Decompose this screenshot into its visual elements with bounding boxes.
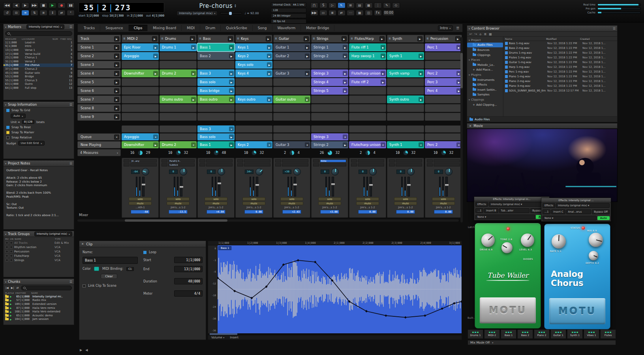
insert-slot-label[interactable]	[434, 163, 460, 166]
insert-slot-label[interactable]	[320, 163, 346, 166]
track-groups-header[interactable]: ▾ Track Groups Intensity (original mix)▾	[4, 231, 74, 237]
empty-clip-slot[interactable]	[425, 125, 462, 133]
locator-out[interactable]: out 4|1|000	[146, 14, 164, 17]
output-assignment[interactable]: Jim's...s 1-2	[322, 206, 337, 209]
track-play-icon[interactable]: ▶	[304, 36, 309, 41]
snap-relative-checkbox[interactable]	[6, 136, 9, 139]
output-assignment[interactable]: Jim's...s 1-2	[208, 206, 223, 209]
fader-value[interactable]: +4.84	[207, 210, 225, 214]
volume-fader[interactable]	[256, 177, 258, 196]
close-icon[interactable]: ✕	[469, 124, 471, 128]
tree-item-effects[interactable]: Effects	[467, 82, 503, 87]
clip-arpeggio[interactable]: Arpeggio✕	[122, 133, 159, 140]
clip-bass-3[interactable]: Bass 3✕	[197, 125, 235, 133]
clip-strings-1[interactable]: Strings 1▶	[311, 43, 348, 51]
empty-clip-slot[interactable]	[273, 104, 310, 112]
chunk-row[interactable]: ▶109|1|000Extended version	[4, 302, 74, 306]
mute-button[interactable]: mute	[205, 202, 227, 205]
shape-tool[interactable]: ◇	[392, 2, 400, 8]
pan-value[interactable]: 0	[396, 170, 405, 174]
clip-play-icon[interactable]: ▶	[419, 54, 423, 58]
insert-slot-label[interactable]	[396, 159, 422, 163]
midi-binding-value[interactable]: C1	[126, 267, 133, 271]
volume-fader[interactable]	[332, 177, 334, 196]
track-play-icon[interactable]: ▶	[152, 36, 157, 41]
track-header-drums[interactable]: ≣Drums▶	[160, 35, 197, 43]
clip-bass-solo[interactable]: Bass solo▶	[197, 78, 235, 86]
column-modified[interactable]: Modified	[546, 37, 580, 40]
disclosure-icon[interactable]: ▾	[469, 39, 470, 41]
bottom-track-guitar-1[interactable]: Guitar 1	[550, 329, 566, 339]
scene-label-8[interactable]: Scene 8▶	[77, 104, 121, 112]
insert-slot-label[interactable]	[282, 159, 308, 163]
empty-clip-slot[interactable]	[160, 52, 197, 60]
insert-slot-label[interactable]	[358, 159, 384, 163]
empty-clip-slot[interactable]	[235, 125, 272, 133]
tab-waveform[interactable]: Waveform	[272, 25, 301, 31]
group-on-checkbox[interactable]	[10, 250, 13, 253]
empty-clip-slot[interactable]	[235, 133, 272, 140]
mute-button[interactable]: mute	[356, 202, 379, 205]
pan-knob[interactable]	[407, 168, 415, 176]
chunk-row[interactable]: ▶168|1|000Haila Vero extended	[4, 310, 74, 314]
clip-play-icon[interactable]: ▶	[343, 80, 347, 84]
pan-value[interactable]: 0	[434, 170, 443, 174]
chain-number[interactable]: ...1	[475, 208, 483, 213]
clip-play-icon[interactable]: ▶	[267, 97, 272, 102]
scene-play-icon[interactable]: ▶	[114, 80, 119, 85]
clip-play-icon[interactable]: ▶	[305, 71, 310, 76]
empty-clip-slot[interactable]	[273, 87, 310, 95]
clip-synth-outro[interactable]: Synth outro▶	[387, 95, 424, 103]
empty-clip-slot[interactable]	[273, 78, 310, 86]
chunk-row[interactable]: ▶65|1|000Acoustic demo	[4, 314, 74, 318]
markers-search[interactable]	[5, 31, 72, 36]
mute-button[interactable]: mute	[318, 202, 341, 205]
mix-knob[interactable]	[589, 233, 603, 247]
insert-slot-label[interactable]: SubKick	[168, 163, 195, 166]
chunk-play-icon[interactable]: ▶	[10, 310, 13, 313]
clip-keys-2[interactable]: Keys 2✕	[235, 141, 272, 148]
empty-clip-slot[interactable]	[425, 113, 462, 121]
scene-play-icon[interactable]: ▶	[114, 54, 119, 59]
empty-clip-slot[interactable]	[425, 104, 462, 112]
empty-clip-slot[interactable]	[311, 104, 348, 112]
column-created[interactable]: Created	[580, 37, 616, 40]
queue-label[interactable]: Queue✕	[77, 133, 121, 140]
pan-knob[interactable]	[255, 168, 263, 176]
tab-quickscribe[interactable]: QuickScribe	[221, 25, 253, 31]
tone-knob[interactable]	[501, 242, 513, 253]
mute-button[interactable]: mute	[432, 202, 455, 205]
clip-guitar-1[interactable]: Guitar 1▶	[273, 43, 310, 51]
clip-guitar-2[interactable]: Guitar 2▶	[273, 52, 310, 60]
clip-play-icon[interactable]: ▶	[419, 97, 423, 102]
end-value[interactable]: 13|1|000	[174, 266, 203, 272]
clear-binding-button[interactable]: Clear	[101, 274, 117, 279]
clip-guitar-3[interactable]: Guitar 3✕	[273, 141, 310, 148]
clip-strings-5[interactable]: Strings 5▶	[311, 87, 348, 95]
track-header-flutes-harp[interactable]: ≣Flutes/Harp▶	[349, 35, 386, 43]
insert-slot[interactable]	[124, 163, 130, 166]
clock-setting-3[interactable]: 30 fps nd	[271, 19, 306, 24]
insert-slot[interactable]	[389, 159, 395, 163]
link-icon[interactable]: ∞	[21, 10, 29, 16]
solo-tool[interactable]: S	[319, 2, 327, 8]
solo-button[interactable]: solo	[280, 197, 303, 201]
clip-guitar-3[interactable]: Guitar 3▶	[273, 69, 310, 77]
effects-window-titlebar[interactable]: Effects: Intensity (original m...	[474, 197, 549, 201]
empty-clip-slot[interactable]	[122, 113, 159, 121]
volume-fader[interactable]	[180, 177, 182, 196]
solo-button[interactable]: solo	[242, 197, 265, 201]
clip-play-icon[interactable]: ▶	[343, 88, 347, 93]
marker-row[interactable]: 64|1|000Full stop13	[4, 86, 74, 90]
effects-tab[interactable]: Effects	[543, 203, 555, 208]
pan-knob[interactable]	[142, 168, 149, 176]
sequence-title[interactable]: Pre-chorus ▴▾	[199, 2, 236, 9]
chain-number[interactable]: ...1	[543, 209, 550, 214]
track-header-strings[interactable]: ≣Strings▶	[311, 35, 348, 43]
scene-label-9[interactable]: Scene 9▶	[77, 113, 121, 121]
output-assignment[interactable]: Jim's...s 1-2	[246, 206, 261, 209]
clip-play-icon[interactable]: ▶	[153, 45, 158, 50]
mix-mode-bar[interactable]: Mix Mode Off ▾	[468, 340, 616, 345]
scene-label-6[interactable]: Scene 6▶	[77, 87, 121, 95]
clip-bass-1[interactable]: Bass 1▶	[197, 141, 235, 148]
